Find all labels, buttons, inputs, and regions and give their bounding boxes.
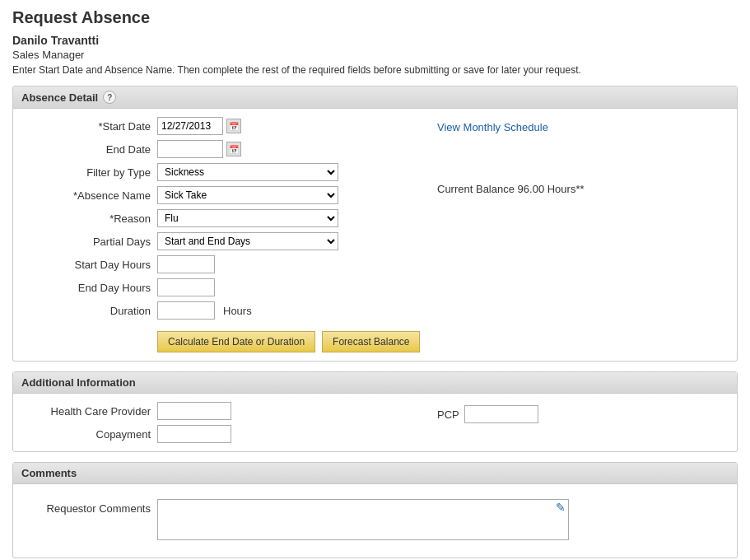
partial-days-label: Partial Days	[26, 236, 157, 248]
additional-info-section: Additional Information Health Care Provi…	[12, 371, 738, 452]
start-day-hours-control	[157, 255, 215, 273]
page-title: Request Absence	[12, 8, 738, 27]
absence-name-select[interactable]: Sick Take Vacation Personal	[157, 186, 338, 204]
user-role: Sales Manager	[12, 49, 738, 61]
additional-info-body: Health Care Provider Copayment	[13, 394, 737, 451]
duration-row: Duration Hours	[26, 301, 437, 320]
absence-detail-form: *Start Date 📅 End Date 📅	[26, 117, 724, 352]
requestor-comments-input[interactable]	[157, 499, 569, 540]
absence-detail-section: Absence Detail ? *Start Date 📅	[12, 86, 738, 362]
filter-type-row: Filter by Type Sickness Vacation Other	[26, 163, 437, 181]
view-monthly-schedule-link[interactable]: View Monthly Schedule	[437, 121, 585, 133]
action-buttons-row: Calculate End Date or Duration Forecast …	[26, 331, 437, 352]
end-date-row: End Date 📅	[26, 140, 437, 158]
start-date-input[interactable]	[157, 117, 223, 135]
user-name: Danilo Travantti	[12, 34, 738, 47]
absence-left-col: *Start Date 📅 End Date 📅	[26, 117, 437, 352]
end-date-label: End Date	[26, 143, 157, 156]
start-day-hours-input[interactable]	[157, 255, 215, 273]
pcp-area: PCP	[437, 402, 538, 423]
end-day-hours-control	[157, 278, 215, 296]
duration-input[interactable]	[157, 301, 215, 320]
end-date-input[interactable]	[157, 140, 223, 158]
current-balance-value: 96.00 Hours**	[518, 183, 585, 195]
health-care-control	[157, 402, 231, 420]
start-day-hours-label: Start Day Hours	[26, 259, 157, 271]
health-care-row: Health Care Provider	[26, 402, 437, 420]
edit-icon[interactable]: ✎	[556, 501, 566, 514]
pcp-input[interactable]	[464, 405, 538, 423]
partial-days-row: Partial Days Start and End Days None Sta…	[26, 232, 437, 250]
health-care-input[interactable]	[157, 402, 231, 420]
end-date-control: 📅	[157, 140, 241, 158]
comments-header: Comments	[13, 463, 737, 484]
absence-name-row: *Absence Name Sick Take Vacation Persona…	[26, 186, 437, 204]
partial-days-select[interactable]: Start and End Days None Start Day Only E…	[157, 232, 338, 250]
help-icon[interactable]: ?	[103, 91, 116, 104]
instructions: Enter Start Date and Absence Name. Then …	[12, 64, 738, 76]
absence-detail-title: Absence Detail	[21, 91, 98, 104]
comments-section: Comments Requestor Comments ✎	[12, 462, 738, 558]
copayment-input[interactable]	[157, 425, 231, 443]
absence-name-label: *Absence Name	[26, 189, 157, 202]
duration-label: Duration	[26, 305, 157, 317]
additional-info-header: Additional Information	[13, 372, 737, 394]
health-care-label: Health Care Provider	[26, 405, 157, 418]
copayment-row: Copayment	[26, 425, 437, 443]
end-day-hours-input[interactable]	[157, 278, 215, 296]
end-day-hours-row: End Day Hours	[26, 278, 437, 296]
hours-label: Hours	[223, 305, 252, 317]
current-balance-label: Current Balance	[437, 183, 515, 195]
duration-control: Hours	[157, 301, 252, 320]
comments-textarea-wrapper: ✎	[157, 499, 569, 543]
right-panel: View Monthly Schedule Current Balance 96…	[437, 121, 585, 195]
filter-type-select[interactable]: Sickness Vacation Other	[157, 163, 338, 181]
absence-name-control: Sick Take Vacation Personal	[157, 186, 338, 204]
end-date-calendar-icon[interactable]: 📅	[226, 142, 241, 156]
filter-type-control: Sickness Vacation Other	[157, 163, 338, 181]
copayment-label: Copayment	[26, 428, 157, 441]
start-date-control: 📅	[157, 117, 241, 135]
comments-body: Requestor Comments ✎	[13, 484, 737, 558]
requestor-comments-label: Requestor Comments	[26, 499, 157, 515]
additional-info-title: Additional Information	[21, 376, 136, 389]
filter-type-label: Filter by Type	[26, 166, 157, 179]
reason-control: Flu Injury Other	[157, 209, 338, 227]
comments-title: Comments	[21, 467, 77, 479]
current-balance-display: Current Balance 96.00 Hours**	[437, 183, 585, 195]
absence-right-col: View Monthly Schedule Current Balance 96…	[437, 117, 724, 352]
start-date-label: *Start Date	[26, 120, 157, 133]
start-day-hours-row: Start Day Hours	[26, 255, 437, 273]
requestor-comments-row: Requestor Comments ✎	[26, 492, 724, 549]
reason-select[interactable]: Flu Injury Other	[157, 209, 338, 227]
pcp-label: PCP	[437, 408, 459, 421]
calculate-button[interactable]: Calculate End Date or Duration	[157, 331, 315, 352]
additional-info-form: Health Care Provider Copayment	[26, 402, 724, 443]
additional-left: Health Care Provider Copayment	[26, 402, 437, 443]
end-day-hours-label: End Day Hours	[26, 282, 157, 294]
absence-form-grid: *Start Date 📅 End Date 📅	[26, 117, 437, 352]
absence-detail-header: Absence Detail ?	[13, 86, 737, 109]
copayment-control	[157, 425, 231, 443]
absence-detail-body: *Start Date 📅 End Date 📅	[13, 109, 737, 361]
start-date-calendar-icon[interactable]: 📅	[226, 119, 241, 133]
reason-row: *Reason Flu Injury Other	[26, 209, 437, 227]
partial-days-control: Start and End Days None Start Day Only E…	[157, 232, 338, 250]
start-date-row: *Start Date 📅	[26, 117, 437, 135]
forecast-balance-button[interactable]: Forecast Balance	[322, 331, 420, 352]
reason-label: *Reason	[26, 212, 157, 225]
